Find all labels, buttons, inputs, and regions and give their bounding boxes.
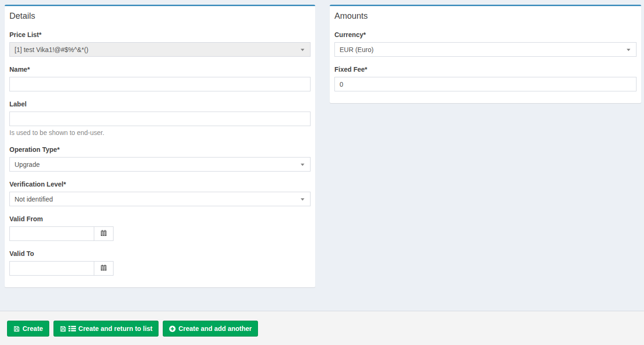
label-input[interactable] (9, 112, 311, 126)
create-and-add-another-button[interactable]: Create and add another (163, 321, 258, 337)
currency-select-value: EUR (Euro) (340, 46, 624, 53)
create-and-return-to-list-button[interactable]: Create and return to list (53, 321, 159, 337)
amounts-panel-title: Amounts (334, 11, 636, 21)
valid-to-input[interactable] (9, 261, 94, 276)
create-and-return-to-list-button-label: Create and return to list (78, 325, 152, 332)
calendar-icon (100, 230, 107, 238)
create-button[interactable]: Create (7, 321, 49, 337)
chevron-down-icon (301, 198, 304, 201)
amounts-panel-body: Currency* EUR (Euro) Fixed Fee* (330, 21, 641, 103)
details-panel: Details Price List* [1] test Vika1!@#$%^… (5, 5, 315, 287)
footer-action-bar: Create Create and return to list (0, 311, 644, 345)
field-valid-to: Valid To (9, 250, 311, 276)
operation-type-select-value: Upgrade (15, 161, 298, 168)
field-currency: Currency* EUR (Euro) (334, 31, 636, 57)
price-list-select: [1] test Vika1!@#$%^&*() (9, 42, 311, 57)
valid-from-input-group (9, 226, 114, 241)
fixed-fee-input[interactable] (334, 77, 636, 91)
field-valid-from: Valid From (9, 215, 311, 241)
operation-type-select[interactable]: Upgrade (9, 157, 311, 172)
currency-select[interactable]: EUR (Euro) (334, 42, 636, 57)
label-label: Label (9, 100, 311, 108)
content-area: Details Price List* [1] test Vika1!@#$%^… (0, 0, 644, 311)
name-label: Name* (9, 66, 311, 74)
price-list-label: Price List* (9, 31, 311, 39)
save-icon (13, 325, 20, 332)
valid-to-label: Valid To (9, 250, 311, 258)
chevron-down-icon (627, 49, 630, 51)
details-panel-body: Price List* [1] test Vika1!@#$%^&*() Nam… (5, 21, 315, 287)
field-price-list: Price List* [1] test Vika1!@#$%^&*() (9, 31, 311, 57)
chevron-down-icon (301, 164, 304, 166)
fixed-fee-label: Fixed Fee* (334, 66, 636, 74)
details-panel-title: Details (9, 11, 311, 21)
operation-type-label: Operation Type* (9, 146, 311, 154)
valid-to-input-group (9, 261, 114, 276)
field-label: Label Is used to be shown to end-user. (9, 100, 311, 137)
verification-level-select-value: Not identified (15, 195, 298, 203)
label-help-text: Is used to be shown to end-user. (9, 129, 311, 137)
verification-level-select[interactable]: Not identified (9, 192, 311, 206)
name-input[interactable] (9, 77, 311, 91)
field-name: Name* (9, 66, 311, 91)
currency-label: Currency* (334, 31, 636, 39)
valid-to-datepicker-button[interactable] (94, 261, 114, 276)
valid-from-label: Valid From (9, 215, 311, 223)
list-icon (68, 325, 76, 332)
verification-level-label: Verification Level* (9, 180, 311, 188)
field-verification-level: Verification Level* Not identified (9, 180, 311, 206)
valid-from-datepicker-button[interactable] (94, 226, 114, 241)
price-list-select-value: [1] test Vika1!@#$%^&*() (15, 46, 298, 53)
plus-circle-icon (169, 325, 176, 332)
create-and-add-another-button-label: Create and add another (178, 325, 251, 332)
calendar-icon (100, 264, 107, 273)
field-fixed-fee: Fixed Fee* (334, 66, 636, 91)
valid-from-input[interactable] (9, 226, 94, 241)
field-operation-type: Operation Type* Upgrade (9, 146, 311, 172)
create-button-label: Create (23, 325, 43, 332)
chevron-down-icon (301, 49, 304, 51)
save-icon (60, 325, 67, 332)
amounts-panel: Amounts Currency* EUR (Euro) Fixed Fee* (330, 5, 641, 103)
